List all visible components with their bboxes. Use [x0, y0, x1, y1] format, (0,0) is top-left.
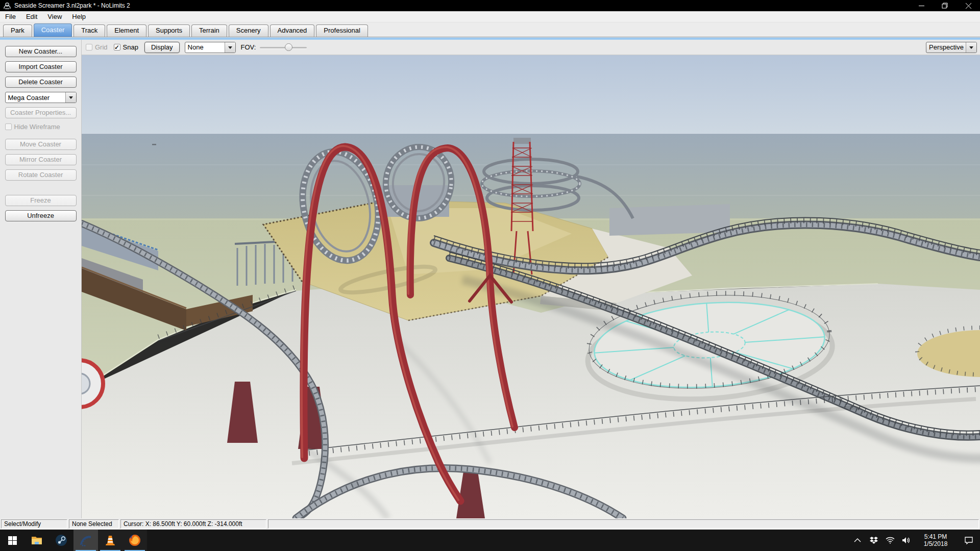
- taskbar-file-explorer[interactable]: [24, 530, 49, 551]
- wifi-icon[interactable]: [883, 530, 897, 551]
- tab-terrain[interactable]: Terrain: [191, 24, 227, 37]
- menu-edit[interactable]: Edit: [21, 11, 42, 22]
- taskbar-nolimits2[interactable]: [74, 530, 98, 551]
- taskbar-firefox[interactable]: [122, 530, 147, 551]
- title-bar: Seaside Screamer 3.nl2park * - NoLimits …: [0, 0, 980, 11]
- clock-date: 1/5/2018: [918, 540, 953, 547]
- new-coaster-button[interactable]: New Coaster...: [5, 46, 77, 57]
- window-title: Seaside Screamer 3.nl2park * - NoLimits …: [14, 2, 910, 9]
- hide-wireframe-label: Hide Wireframe: [14, 123, 60, 131]
- taskbar-vlc[interactable]: [98, 530, 122, 551]
- grid-checkbox[interactable]: [86, 44, 92, 51]
- coaster-type-dropdown[interactable]: Mega Coaster: [5, 92, 77, 103]
- rotate-coaster-button[interactable]: Rotate Coaster: [5, 169, 77, 181]
- close-button[interactable]: [957, 0, 980, 11]
- tab-professional[interactable]: Professional: [316, 24, 368, 37]
- editor-tab-bar: Park Coaster Track Element Supports Terr…: [0, 22, 980, 37]
- display-mode-value: None: [185, 43, 225, 51]
- chevron-down-icon: [225, 42, 235, 53]
- windows-taskbar: 5:41 PM 1/5/2018: [0, 530, 980, 551]
- status-cursor-coordinates: Cursor: X: 86.500ft Y: 60.000ft Z: -314.…: [120, 519, 266, 529]
- freeze-button[interactable]: Freeze: [5, 195, 77, 206]
- clock-time: 5:41 PM: [918, 533, 953, 540]
- menu-bar: File Edit View Help: [0, 11, 980, 22]
- snap-label: Snap: [123, 43, 138, 51]
- tab-supports[interactable]: Supports: [148, 24, 190, 37]
- minimize-button[interactable]: [910, 0, 933, 11]
- display-button[interactable]: Display: [144, 42, 180, 53]
- camera-mode-dropdown[interactable]: Perspective: [926, 42, 977, 53]
- display-mode-dropdown[interactable]: None: [185, 42, 236, 53]
- restore-button[interactable]: [933, 0, 957, 11]
- hide-wireframe-row: Hide Wireframe: [5, 122, 77, 131]
- status-mode: Select/Modify: [1, 519, 67, 529]
- snap-checkbox[interactable]: ✓: [114, 44, 120, 51]
- vlc-icon: [104, 534, 116, 546]
- menu-view[interactable]: View: [42, 11, 67, 22]
- fov-label: FOV:: [241, 43, 256, 51]
- coaster-properties-button[interactable]: Coaster Properties...: [5, 107, 77, 118]
- viewport-toolbar: Grid ✓ Snap Display None FOV: Perspectiv…: [82, 40, 980, 55]
- firefox-icon: [129, 534, 141, 546]
- status-bar: Select/Modify None Selected Cursor: X: 8…: [0, 518, 980, 530]
- action-center-icon[interactable]: [962, 530, 976, 551]
- coaster-sidebar: New Coaster... Import Coaster Delete Coa…: [0, 40, 82, 518]
- move-coaster-button[interactable]: Move Coaster: [5, 139, 77, 150]
- viewport-3d-scene[interactable]: [82, 55, 980, 518]
- import-coaster-button[interactable]: Import Coaster: [5, 61, 77, 72]
- dropbox-icon[interactable]: [867, 530, 881, 551]
- tab-track[interactable]: Track: [74, 24, 105, 37]
- hide-wireframe-checkbox[interactable]: [5, 123, 12, 130]
- mirror-coaster-button[interactable]: Mirror Coaster: [5, 154, 77, 165]
- tab-scenery[interactable]: Scenery: [229, 24, 268, 37]
- menu-help[interactable]: Help: [67, 11, 91, 22]
- nolimits2-window: Seaside Screamer 3.nl2park * - NoLimits …: [0, 0, 980, 551]
- sky: [82, 55, 980, 142]
- hidden-icons-chevron[interactable]: [850, 530, 865, 551]
- status-selection: None Selected: [69, 519, 119, 529]
- taskbar-clock[interactable]: 5:41 PM 1/5/2018: [916, 533, 955, 547]
- distant-boat: [152, 144, 156, 145]
- start-button[interactable]: [0, 530, 24, 551]
- file-explorer-icon: [31, 534, 43, 546]
- fov-slider-groove: [260, 47, 307, 48]
- volume-icon[interactable]: [899, 530, 914, 551]
- tab-advanced[interactable]: Advanced: [270, 24, 315, 37]
- tab-park[interactable]: Park: [3, 24, 32, 37]
- coaster-type-value: Mega Coaster: [6, 94, 65, 102]
- fov-slider-thumb[interactable]: [285, 43, 292, 51]
- grid-label: Grid: [95, 43, 108, 51]
- tab-element[interactable]: Element: [107, 24, 146, 37]
- camera-mode-value: Perspective: [926, 43, 966, 51]
- unfreeze-button[interactable]: Unfreeze: [5, 210, 77, 221]
- chevron-down-icon: [65, 92, 76, 103]
- app-icon: [3, 2, 11, 10]
- windows-logo-icon: [8, 536, 17, 545]
- delete-coaster-button[interactable]: Delete Coaster: [5, 77, 77, 88]
- tab-coaster[interactable]: Coaster: [34, 23, 72, 37]
- system-tray: 5:41 PM 1/5/2018: [850, 530, 980, 551]
- status-empty: [268, 519, 979, 529]
- steam-icon: [55, 534, 67, 546]
- menu-file[interactable]: File: [0, 11, 21, 22]
- chevron-down-icon: [966, 42, 976, 53]
- fov-slider[interactable]: [260, 43, 307, 52]
- nolimits2-icon: [79, 534, 92, 547]
- taskbar-steam[interactable]: [49, 530, 74, 551]
